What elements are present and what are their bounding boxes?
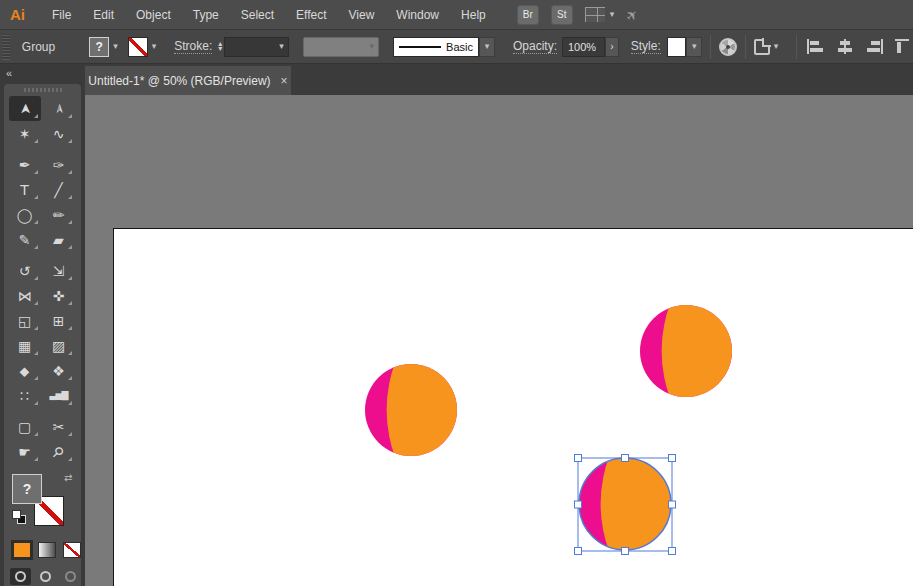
draw-behind-button[interactable] bbox=[35, 568, 56, 585]
tool-eraser[interactable]: ▰ bbox=[43, 227, 75, 252]
tool-ellipse[interactable]: ◯ bbox=[9, 202, 41, 227]
tool-blend[interactable]: ❖ bbox=[43, 358, 75, 383]
chevron-down-icon[interactable]: ▾ bbox=[152, 42, 157, 51]
graphic-style-swatch[interactable] bbox=[667, 37, 687, 57]
brush-definition-dropdown[interactable]: Basic ▾ bbox=[393, 37, 495, 57]
tool-shape-builder[interactable]: ◱ bbox=[9, 308, 41, 333]
stroke-weight-stepper[interactable]: ▴ ▾ bbox=[216, 40, 224, 53]
menu-item-select[interactable]: Select bbox=[232, 4, 283, 26]
direct-selection-tool-icon: ➢ bbox=[51, 103, 65, 115]
gradient-button[interactable] bbox=[38, 542, 56, 558]
opacity-expand-button[interactable]: › bbox=[605, 37, 619, 57]
selection-handle[interactable] bbox=[669, 455, 676, 462]
control-bar-grip[interactable] bbox=[2, 34, 10, 60]
chevron-down-icon: ▾ bbox=[610, 10, 615, 19]
tool-line-segment[interactable]: ╱ bbox=[43, 177, 75, 202]
stroke-none-swatch[interactable] bbox=[128, 37, 148, 57]
chevron-down-icon[interactable]: ▾ bbox=[113, 42, 118, 51]
zoom-tool-icon: ⚲ bbox=[50, 443, 67, 460]
selection-handle[interactable] bbox=[669, 501, 676, 508]
tool-width[interactable]: ⋈ bbox=[9, 283, 41, 308]
selection-handle[interactable] bbox=[622, 548, 629, 555]
slice-tool-icon: ✂ bbox=[53, 420, 65, 434]
none-button[interactable] bbox=[63, 542, 81, 558]
pasteboard[interactable] bbox=[85, 95, 913, 586]
menu-item-edit[interactable]: Edit bbox=[84, 4, 123, 26]
stroke-color-dropdown[interactable]: ▾ bbox=[128, 37, 157, 57]
canvas-artwork[interactable] bbox=[85, 95, 913, 586]
tool-mesh[interactable]: ▦ bbox=[9, 333, 41, 358]
tool-curvature[interactable]: ✑ bbox=[43, 152, 75, 177]
hand-tool-icon: ☛ bbox=[18, 445, 31, 459]
chevron-down-icon[interactable]: ▾ bbox=[774, 42, 779, 51]
tool-symbol-sprayer[interactable]: ∷ bbox=[9, 383, 41, 408]
tool-pen[interactable]: ✒ bbox=[9, 152, 41, 177]
ball-front-circle[interactable] bbox=[601, 368, 873, 586]
opacity-label[interactable]: Opacity: bbox=[513, 39, 557, 54]
opacity-input[interactable]: 100% bbox=[562, 37, 605, 57]
style-label[interactable]: Style: bbox=[631, 39, 661, 54]
draw-inside-button[interactable] bbox=[60, 568, 81, 585]
tool-direct-selection[interactable]: ➢ bbox=[43, 96, 75, 121]
panel-grip[interactable] bbox=[24, 88, 62, 92]
default-fill-stroke-icon[interactable] bbox=[12, 510, 26, 524]
selection-handle[interactable] bbox=[669, 548, 676, 555]
tool-hand[interactable]: ☛ bbox=[9, 439, 41, 464]
stepper-down-icon[interactable]: ▾ bbox=[218, 47, 222, 51]
chevron-down-icon[interactable]: ▾ bbox=[279, 42, 284, 51]
tool-puppet-warp[interactable]: ✜ bbox=[43, 283, 75, 308]
gpu-performance-icon[interactable]: ✈ bbox=[622, 5, 641, 25]
horizontal-align-left-button[interactable] bbox=[805, 37, 826, 57]
stroke-weight-label[interactable]: Stroke: bbox=[174, 39, 212, 54]
menu-item-type[interactable]: Type bbox=[184, 4, 228, 26]
selection-handle[interactable] bbox=[575, 455, 582, 462]
workspace-switcher[interactable]: ▾ bbox=[585, 7, 615, 22]
tool-slice[interactable]: ✂ bbox=[43, 414, 75, 439]
selection-handle[interactable] bbox=[575, 548, 582, 555]
tool-scale[interactable]: ⇲ bbox=[43, 258, 75, 283]
tool-artboard[interactable]: ▢ bbox=[9, 414, 41, 439]
menu-item-help[interactable]: Help bbox=[452, 4, 495, 26]
swap-fill-stroke-icon[interactable]: ⇄ bbox=[64, 472, 72, 483]
vertical-align-top-button[interactable] bbox=[892, 37, 913, 57]
tool-shaper[interactable]: ✎ bbox=[9, 227, 41, 252]
recolor-artwork-icon[interactable] bbox=[719, 38, 737, 56]
fill-swatch[interactable]: ? bbox=[89, 37, 109, 57]
menu-item-window[interactable]: Window bbox=[387, 4, 448, 26]
graphic-style-dropdown-button[interactable]: ▾ bbox=[686, 37, 702, 57]
menu-item-file[interactable]: File bbox=[43, 4, 80, 26]
tool-eyedropper[interactable]: ⬥ bbox=[9, 358, 41, 383]
draw-normal-button[interactable] bbox=[10, 568, 31, 585]
horizontal-align-center-button[interactable] bbox=[835, 37, 856, 57]
horizontal-align-right-button[interactable] bbox=[864, 37, 885, 57]
fill-color-dropdown[interactable]: ? ▾ bbox=[89, 37, 118, 57]
selection-handle[interactable] bbox=[622, 455, 629, 462]
tool-zoom[interactable]: ⚲ bbox=[43, 439, 75, 464]
brush-dropdown-button[interactable]: ▾ bbox=[479, 37, 495, 57]
color-button[interactable] bbox=[13, 542, 31, 558]
selection-handle[interactable] bbox=[575, 501, 582, 508]
draw-normal-icon bbox=[15, 571, 26, 582]
fill-proxy-swatch[interactable]: ? bbox=[12, 474, 42, 504]
bridge-button[interactable]: Br bbox=[517, 5, 539, 25]
select-similar-options[interactable]: ▾ bbox=[754, 39, 779, 55]
tool-magic-wand[interactable]: ✶ bbox=[9, 121, 41, 146]
tool-perspective-grid[interactable]: ⊞ bbox=[43, 308, 75, 333]
ball-front-circle[interactable] bbox=[662, 215, 913, 487]
document-tab[interactable]: Untitled-1* @ 50% (RGB/Preview) × bbox=[85, 66, 291, 95]
stock-button[interactable]: St bbox=[551, 5, 573, 25]
tool-rotate[interactable]: ↺ bbox=[9, 258, 41, 283]
collapse-panel-button[interactable]: « bbox=[0, 64, 85, 79]
tool-lasso[interactable]: ∿ bbox=[43, 121, 75, 146]
menu-item-effect[interactable]: Effect bbox=[287, 4, 335, 26]
stroke-weight-combobox[interactable]: ▾ bbox=[224, 37, 289, 57]
brush-preview[interactable]: Basic bbox=[393, 37, 479, 57]
tool-column-graph[interactable]: ▃▅▇ bbox=[43, 383, 75, 408]
close-icon[interactable]: × bbox=[281, 74, 288, 88]
menu-item-view[interactable]: View bbox=[340, 4, 384, 26]
tool-paintbrush[interactable]: ✏ bbox=[43, 202, 75, 227]
tool-type[interactable]: T bbox=[9, 177, 41, 202]
tool-gradient[interactable]: ▨ bbox=[43, 333, 75, 358]
menu-item-object[interactable]: Object bbox=[127, 4, 180, 26]
tool-selection[interactable]: ➤ bbox=[9, 96, 41, 121]
